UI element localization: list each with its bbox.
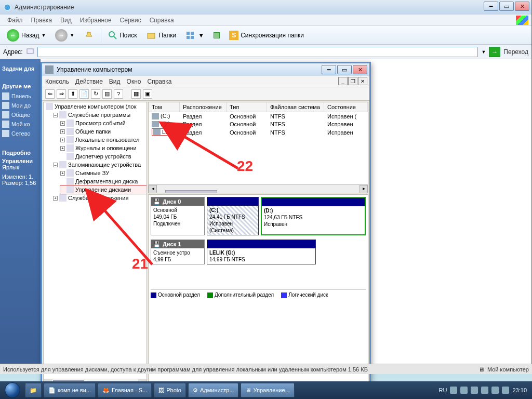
tb-props-icon[interactable]: 📄 (79, 89, 89, 99)
menu-help[interactable]: Справка (145, 16, 178, 25)
col-filesystem[interactable]: Файловая система (267, 102, 324, 112)
volume-list-header: Том Расположение Тип Файловая система Со… (149, 102, 368, 112)
col-state[interactable]: Состояние (324, 102, 368, 112)
search-icon (108, 31, 117, 40)
tb-fwd-icon[interactable]: ⇒ (57, 89, 66, 99)
disk0-info[interactable]: 💾Диск 0 Основной149,04 ГБПодключен (151, 197, 205, 235)
up-button[interactable] (81, 29, 97, 42)
tree-group[interactable]: +Службы и приложения (53, 194, 147, 202)
forward-button[interactable]: →▼ (52, 28, 77, 43)
menu-tools[interactable]: Сервис (116, 16, 145, 25)
taskbar-task[interactable]: 🖥Управление... (241, 383, 294, 397)
svg-point-1 (109, 32, 114, 37)
mmc-titlebar: Управление компьютером ━ ▭ ✕ (42, 63, 369, 76)
col-location[interactable]: Расположение (180, 102, 227, 112)
search-button[interactable]: Поиск (105, 29, 139, 42)
tb-refresh-icon[interactable]: ↻ (91, 89, 100, 99)
taskbar-task[interactable]: ⚙Администр... (188, 383, 239, 397)
views-button[interactable]: ▼ (183, 29, 207, 42)
tray-icon[interactable] (491, 387, 499, 394)
tree-item-disk-management[interactable]: Управление дисками (60, 185, 147, 194)
tree-item-shared[interactable]: +Общие папки (60, 127, 147, 136)
minimize-button[interactable]: ━ (484, 2, 498, 11)
tray-icon[interactable] (460, 387, 468, 394)
tree-item-events[interactable]: +Просмотр событий (60, 119, 147, 127)
sidebar-places-header: Другие ме (2, 83, 41, 89)
tray-icon[interactable] (450, 387, 457, 394)
sidebar-item[interactable]: Общие (2, 110, 41, 119)
folders-button[interactable]: Папки (144, 29, 179, 42)
disk1-info[interactable]: 💾Диск 1 Съемное устро4,99 ГБ (151, 240, 205, 264)
tree-item-devmgr[interactable]: Диспетчер устройств (60, 152, 147, 161)
tree-item-logs[interactable]: +Журналы и оповещени (60, 144, 147, 152)
tb-up-icon[interactable]: ⬆ (68, 89, 77, 99)
go-button[interactable]: → (489, 47, 500, 57)
sidebar-item[interactable]: Мой ко (2, 119, 41, 129)
mmc-maximize[interactable]: ▭ (337, 65, 352, 74)
menu-edit[interactable]: Правка (27, 16, 57, 25)
taskbar-task[interactable]: 🖼Photo (154, 383, 186, 397)
volume-row[interactable]: (C:) РазделОсновнойNTFSИсправен ( (149, 112, 368, 120)
tb-help-icon[interactable]: ? (114, 89, 123, 99)
svg-rect-5 (191, 32, 194, 35)
tray-icon[interactable] (502, 387, 509, 394)
volume-row[interactable]: (D:) РазделОсновнойNTFSИсправен (149, 120, 368, 128)
sidebar-item[interactable]: Сетево (2, 129, 41, 138)
tree-item-defrag[interactable]: Дефрагментация диска (60, 177, 147, 185)
outer-menubar: Файл Правка Вид Избранное Сервис Справка (0, 15, 531, 26)
tree-item-users[interactable]: +Локальные пользовател (60, 136, 147, 144)
sidebar-item[interactable]: Панель (2, 91, 41, 101)
address-input[interactable] (37, 47, 478, 57)
quick-launch[interactable]: 📁 (25, 383, 42, 397)
menu-view[interactable]: Вид (109, 78, 121, 85)
sync-button[interactable]: SСинхронизация папки (227, 29, 307, 42)
tree-root[interactable]: Управление компьютером (лок (46, 102, 147, 111)
menu-view[interactable]: Вид (56, 16, 76, 25)
svg-rect-8 (27, 49, 33, 54)
taskbar-task[interactable]: 🦊Главная - S... (98, 383, 152, 397)
menu-window[interactable]: Окно (127, 78, 141, 85)
drive-icon (152, 113, 159, 119)
col-volume[interactable]: Том (149, 102, 180, 112)
mmc-minimize[interactable]: ━ (322, 65, 336, 74)
tb-back-icon[interactable]: ⇐ (45, 89, 55, 99)
sidebar-tasks-header: Задачи для (2, 65, 41, 72)
back-button[interactable]: ←Назад▼ (4, 28, 48, 43)
partition-c[interactable]: (C:)24,41 ГБ NTFSИсправен (Система) (207, 197, 259, 235)
partition-lelik[interactable]: LELIK (G:)14,99 ГБ NTFS (207, 240, 316, 264)
start-button[interactable] (2, 381, 23, 399)
sidebar-item[interactable]: Мои до (2, 101, 41, 110)
mdi-restore[interactable]: ❐ (348, 77, 357, 85)
tray-icon[interactable] (481, 387, 488, 394)
menu-favorites[interactable]: Избранное (76, 16, 116, 25)
partition-d[interactable]: (D:)124,63 ГБ NTFSИсправен (261, 197, 366, 235)
status-right: Мой компьютер (487, 366, 529, 373)
mdi-min[interactable]: _ (338, 77, 348, 85)
tray-icon[interactable] (471, 387, 478, 394)
sidebar-detail-title: Управлени (2, 158, 41, 164)
address-dropdown[interactable]: ▼ (481, 49, 486, 55)
lang-indicator[interactable]: RU (439, 387, 447, 393)
menu-file[interactable]: Файл (3, 16, 27, 25)
tb-settings-icon[interactable]: ▦ (131, 89, 141, 99)
menu-action[interactable]: Действие (75, 78, 103, 85)
col-type[interactable]: Тип (227, 102, 267, 112)
volume-row[interactable]: LELIK РазделОсновнойNTFSИсправен (149, 128, 368, 137)
tree-group[interactable]: –Служебные программы (53, 111, 147, 119)
maximize-button[interactable]: ▭ (499, 2, 514, 11)
mdi-buttons: _ ❐ ✕ (338, 77, 367, 85)
taskbar-task[interactable]: 📄комп не ви... (44, 383, 96, 397)
tree-item-removable[interactable]: +Съемные ЗУ (60, 169, 147, 177)
tree-group[interactable]: –Запоминающие устройства (53, 161, 147, 169)
tb-export-icon[interactable]: ▤ (102, 89, 112, 99)
mmc-close[interactable]: ✕ (353, 65, 367, 74)
tb-extra1[interactable] (211, 31, 222, 40)
clock[interactable]: 23:10 (512, 387, 527, 393)
menu-console[interactable]: Консоль (45, 78, 69, 85)
tb-view-icon[interactable]: ▣ (143, 89, 152, 99)
menu-help[interactable]: Справка (147, 78, 171, 85)
mdi-close[interactable]: ✕ (358, 77, 367, 85)
volumes-hscroll[interactable]: ◂▸ (149, 184, 368, 193)
close-button[interactable]: ✕ (515, 2, 529, 11)
window-icon (3, 3, 11, 11)
